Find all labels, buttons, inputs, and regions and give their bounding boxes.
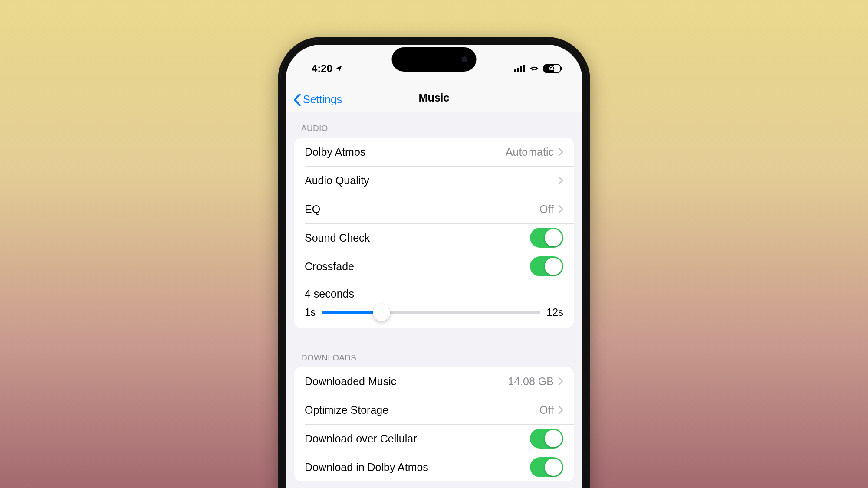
slider-max-label: 12s — [546, 306, 563, 318]
row-crossfade-slider: 4 seconds 1s 12s — [294, 281, 574, 328]
chevron-left-icon — [293, 94, 301, 106]
crossfade-slider[interactable] — [322, 311, 540, 314]
status-right: 60 — [514, 64, 561, 73]
chevron-right-icon — [558, 205, 563, 213]
status-left: 4:20 — [312, 62, 343, 75]
downloads-group: Downloaded Music 14.08 GB Optimize Stora… — [294, 367, 574, 481]
cellular-signal-icon — [514, 65, 526, 72]
row-optimize-storage[interactable]: Optimize Storage Off — [294, 396, 574, 424]
row-eq[interactable]: EQ Off — [294, 195, 574, 223]
chevron-right-icon — [558, 406, 563, 414]
battery-percent: 60 — [544, 65, 560, 72]
slider-min-label: 1s — [305, 306, 316, 318]
wifi-icon — [529, 65, 539, 72]
row-label: Audio Quality — [305, 174, 369, 187]
row-value: 14.08 GB — [508, 375, 554, 388]
row-label: Crossfade — [305, 260, 354, 273]
row-value: Off — [539, 203, 554, 216]
row-crossfade: Crossfade — [294, 252, 574, 281]
settings-content: AUDIO Dolby Atmos Automatic Audio Qualit… — [286, 112, 582, 481]
section-header-audio: AUDIO — [286, 112, 582, 138]
phone-frame: 4:20 60 — [278, 37, 590, 488]
download-cellular-toggle[interactable] — [530, 429, 563, 449]
audio-group: Dolby Atmos Automatic Audio Quality — [294, 138, 574, 328]
row-label: Sound Check — [305, 232, 370, 244]
row-value: Off — [539, 404, 554, 416]
download-dolby-toggle[interactable] — [530, 457, 563, 477]
row-label: Dolby Atmos — [305, 146, 365, 158]
row-download-cellular: Download over Cellular — [294, 424, 574, 453]
row-sound-check: Sound Check — [294, 223, 574, 252]
nav-back-label: Settings — [303, 93, 342, 106]
crossfade-toggle[interactable] — [530, 256, 563, 276]
row-label: Downloaded Music — [305, 375, 396, 388]
row-label: Optimize Storage — [305, 404, 388, 416]
nav-title: Music — [419, 92, 450, 104]
row-downloaded-music[interactable]: Downloaded Music 14.08 GB — [294, 367, 574, 396]
chevron-right-icon — [558, 147, 563, 156]
row-download-dolby: Download in Dolby Atmos — [294, 453, 574, 481]
location-arrow-icon — [335, 65, 343, 72]
row-value: Automatic — [506, 146, 554, 158]
battery-icon: 60 — [543, 64, 561, 73]
dynamic-island — [392, 47, 477, 72]
chevron-right-icon — [558, 377, 563, 386]
sound-check-toggle[interactable] — [530, 228, 563, 248]
nav-back-button[interactable]: Settings — [293, 93, 342, 106]
row-dolby-atmos[interactable]: Dolby Atmos Automatic — [294, 138, 574, 166]
screen: 4:20 60 — [286, 45, 582, 488]
row-label: EQ — [305, 203, 320, 216]
row-audio-quality[interactable]: Audio Quality — [294, 166, 574, 195]
status-time: 4:20 — [312, 62, 332, 75]
section-header-downloads: DOWNLOADS — [286, 328, 582, 367]
slider-thumb[interactable] — [373, 304, 390, 321]
row-label: Download over Cellular — [305, 432, 417, 445]
row-label: Download in Dolby Atmos — [305, 461, 428, 474]
chevron-right-icon — [558, 176, 563, 185]
slider-value-label: 4 seconds — [305, 288, 563, 300]
